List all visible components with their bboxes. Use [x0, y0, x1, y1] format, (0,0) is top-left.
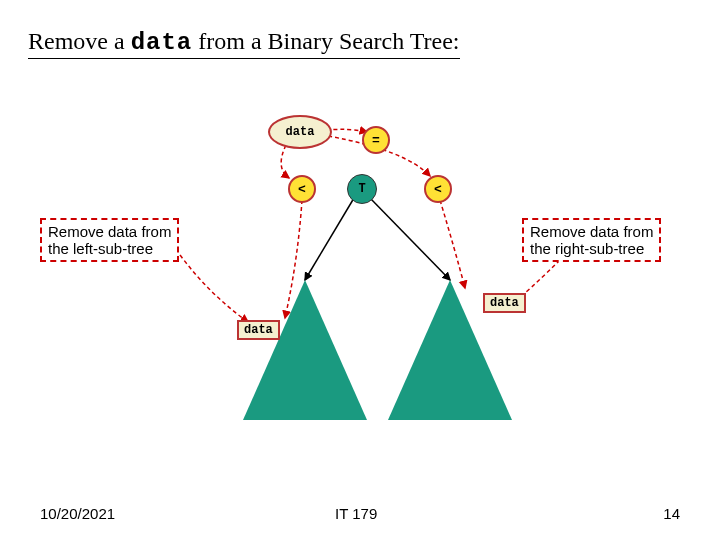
footer-course: IT 179: [335, 505, 377, 522]
slide-title: Remove a data from a Binary Search Tree:: [28, 28, 460, 59]
equals-op: =: [362, 126, 390, 154]
connector-lines: [0, 0, 720, 540]
data-search-node: data: [268, 115, 332, 149]
left-subtree-triangle: [243, 280, 367, 420]
svg-line-1: [370, 198, 450, 280]
title-suffix: from a Binary Search Tree:: [192, 28, 459, 54]
footer-date: 10/20/2021: [40, 505, 115, 522]
root-node-t: T: [347, 174, 377, 204]
data-label-right: data: [483, 293, 526, 313]
footer-page-number: 14: [663, 505, 680, 522]
note-right-subtree: Remove data from the right-sub-tree: [522, 218, 661, 262]
title-mono: data: [131, 29, 193, 56]
less-than-right: <: [424, 175, 452, 203]
less-than-left: <: [288, 175, 316, 203]
note-left-subtree: Remove data from the left-sub-tree: [40, 218, 179, 262]
title-prefix: Remove a: [28, 28, 131, 54]
data-label-left: data: [237, 320, 280, 340]
svg-line-0: [305, 198, 354, 280]
